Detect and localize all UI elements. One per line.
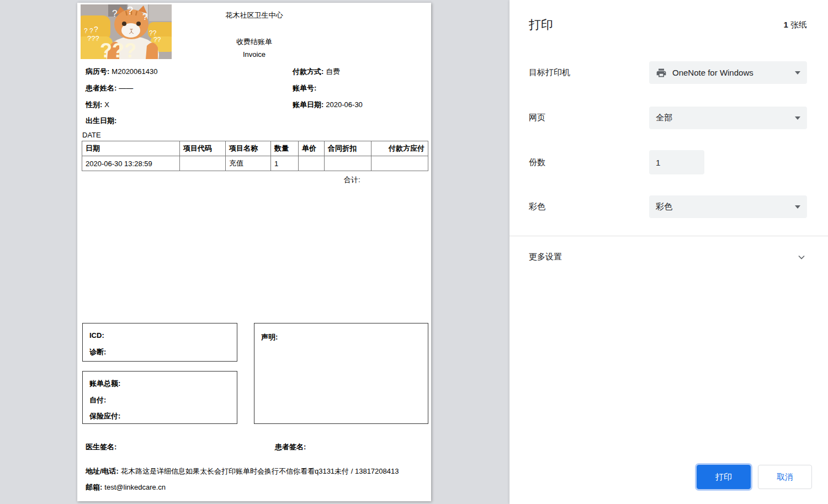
field-patient-name: 患者姓名:—— bbox=[86, 83, 133, 93]
color-label: 彩色 bbox=[529, 201, 545, 212]
more-settings-label: 更多设置 bbox=[529, 252, 562, 262]
table-header-row: 日期 项目代码 项目名称 数量 单价 合同折扣 付款方应付 bbox=[82, 141, 428, 156]
caret-down-icon bbox=[795, 116, 800, 120]
table-header-cell: 付款方应付 bbox=[371, 141, 428, 156]
total-label: 合计: bbox=[344, 175, 360, 185]
table-header-cell: 日期 bbox=[82, 141, 180, 156]
printer-icon bbox=[656, 67, 667, 78]
field-record-no: 病历号:M2020061430 bbox=[86, 67, 157, 77]
print-preview-area: ??? ? ? ? ? ? ? ??? ?? ?? 花木社区卫生中心 收费结账单… bbox=[0, 0, 509, 504]
color-select[interactable]: 彩色 bbox=[649, 195, 807, 218]
color-value: 彩色 bbox=[656, 201, 790, 212]
field-gender: 性别:X bbox=[86, 100, 109, 110]
caret-down-icon bbox=[795, 205, 800, 209]
sheet-count: 1 张纸 bbox=[783, 20, 807, 30]
table-cell: 2020-06-30 13:28:59 bbox=[82, 156, 180, 171]
clinic-name: 花木社区卫生中心 bbox=[77, 10, 431, 20]
patient-signature-label: 患者签名: bbox=[275, 442, 306, 452]
field-birth-date: 出生日期: bbox=[86, 116, 119, 126]
pages-value: 全部 bbox=[656, 113, 790, 123]
caret-down-icon bbox=[795, 71, 800, 75]
table-header-cell: 合同折扣 bbox=[325, 141, 371, 156]
print-dialog-title: 打印 bbox=[529, 17, 553, 33]
settings-divider bbox=[509, 236, 828, 236]
table-cell: 充值 bbox=[226, 156, 271, 171]
statement-label: 声明: bbox=[261, 332, 278, 342]
color-row: 彩色 彩色 bbox=[529, 195, 807, 218]
more-settings-toggle[interactable]: 更多设置 bbox=[529, 246, 807, 268]
copies-label: 份数 bbox=[529, 157, 545, 168]
doctor-signature-label: 医生签名: bbox=[86, 442, 116, 452]
icd-label: ICD: bbox=[89, 331, 104, 339]
chevron-down-icon bbox=[796, 252, 807, 263]
svg-text:?: ? bbox=[94, 25, 98, 34]
table-cell bbox=[299, 156, 325, 171]
pages-row: 网页 全部 bbox=[529, 107, 807, 129]
table-cell bbox=[325, 156, 371, 171]
statement-box: 声明: bbox=[254, 323, 428, 424]
diagnosis-label: 诊断: bbox=[89, 347, 106, 357]
print-button[interactable]: 打印 bbox=[697, 465, 751, 489]
copies-input[interactable] bbox=[649, 150, 704, 174]
field-bill-date: 账单日期:2020-06-30 bbox=[293, 100, 363, 110]
destination-select[interactable]: OneNote for Windows bbox=[649, 61, 807, 84]
date-caption: DATE bbox=[82, 131, 101, 139]
icd-box: ICD: 诊断: bbox=[82, 323, 237, 362]
totals-box: 账单总额: 自付: 保险应付: bbox=[82, 371, 237, 424]
self-pay-label: 自付: bbox=[89, 395, 106, 405]
copies-row: 份数 bbox=[529, 150, 807, 174]
table-header-cell: 单价 bbox=[299, 141, 325, 156]
destination-value: OneNote for Windows bbox=[672, 68, 790, 77]
field-payment-method: 付款方式:自费 bbox=[293, 67, 340, 77]
pages-label: 网页 bbox=[529, 113, 545, 123]
table-header-cell: 项目代码 bbox=[180, 141, 226, 156]
bill-total-label: 账单总额: bbox=[89, 379, 120, 389]
field-bill-no: 账单号: bbox=[293, 83, 319, 93]
print-settings-panel: 打印 1 张纸 目标打印机 OneNote for Windows 网页 全部 … bbox=[509, 0, 828, 504]
table-row: 2020-06-30 13:28:59 充值 1 bbox=[82, 156, 428, 171]
destination-row: 目标打印机 OneNote for Windows bbox=[529, 61, 807, 84]
invoice-page: ??? ? ? ? ? ? ? ??? ?? ?? 花木社区卫生中心 收费结账单… bbox=[77, 3, 431, 501]
table-cell: 1 bbox=[271, 156, 299, 171]
doc-subtitle: Invoice bbox=[77, 50, 431, 59]
cancel-button[interactable]: 取消 bbox=[758, 465, 812, 489]
table-cell bbox=[180, 156, 226, 171]
pages-select[interactable]: 全部 bbox=[649, 107, 807, 129]
svg-text:? ?: ? ? bbox=[84, 27, 93, 35]
address-line: 地址/电话:花木路这是详细信息如果太长会打印账单时会换行不信你看看q3131未付… bbox=[86, 466, 399, 476]
insurance-label: 保险应付: bbox=[89, 411, 120, 421]
table-header-cell: 项目名称 bbox=[226, 141, 271, 156]
table-header-cell: 数量 bbox=[271, 141, 299, 156]
email-line: 邮箱:test@linkedcare.cn bbox=[86, 482, 166, 492]
destination-label: 目标打印机 bbox=[529, 67, 570, 78]
doc-title: 收费结账单 bbox=[77, 37, 431, 47]
charges-table: 日期 项目代码 项目名称 数量 单价 合同折扣 付款方应付 2020-06-30… bbox=[82, 141, 428, 171]
table-cell bbox=[371, 156, 428, 171]
